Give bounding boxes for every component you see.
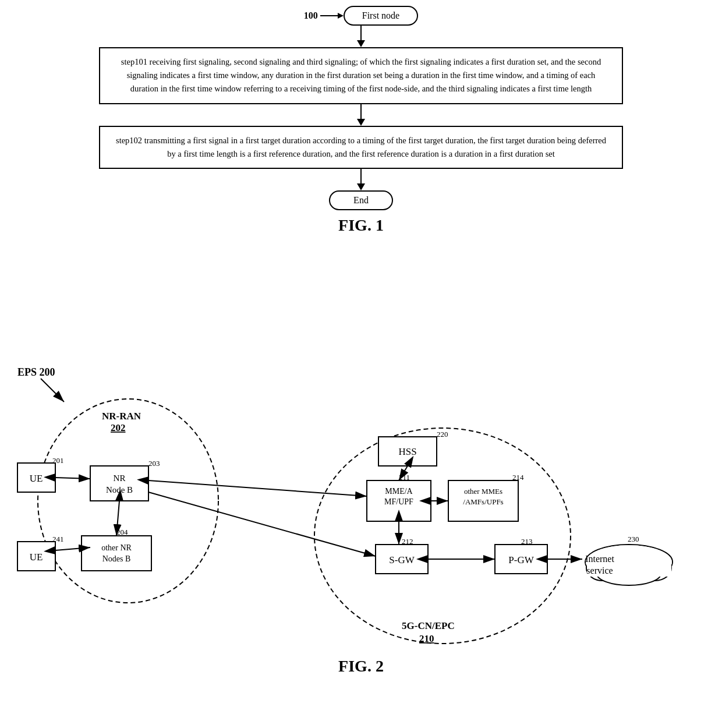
fig2-diagram: EPS 200 NR-RAN 202 UE 201 UE 241 NR Node… [0, 338, 722, 687]
label-214: 214 [512, 473, 524, 482]
start-node: First node [344, 6, 418, 26]
label-204: 204 [116, 528, 128, 536]
other-nr-label2: Nodes B [102, 554, 131, 563]
svg-marker-1 [338, 13, 344, 19]
flowchart: 100 First node step101 receiving first s… [99, 6, 623, 235]
mme-label1: MME/A [385, 487, 413, 496]
fig2-caption: FIG. 2 [338, 657, 384, 676]
svg-line-7 [41, 379, 64, 402]
ue2-label: UE [30, 552, 43, 563]
label-241: 241 [52, 535, 64, 543]
svg-marker-4 [357, 183, 365, 190]
internet-cloud [585, 545, 673, 585]
eps-label: EPS 200 [17, 366, 55, 378]
5gcn-num: 210 [419, 633, 434, 644]
internet-label1: Internet [585, 554, 614, 564]
other-nr-box [82, 536, 151, 571]
label-220: 220 [437, 430, 448, 439]
hss-label: HSS [398, 446, 416, 457]
step102-box: step102 transmitting a first signal in a… [99, 126, 623, 169]
internet-label2: service [586, 566, 613, 575]
fig1-caption: FIG. 1 [338, 216, 384, 235]
end-node: End [329, 190, 393, 210]
5gcn-label: 5G-CN/EPC [402, 620, 455, 631]
step101-box: step101 receiving first signaling, secon… [99, 47, 623, 104]
label-230: 230 [628, 535, 639, 543]
other-mmes-label1: other MMEs [464, 487, 502, 496]
fig1-container: 100 First node step101 receiving first s… [99, 6, 623, 235]
nrran-label: NR-RAN [102, 411, 141, 422]
nr-node-b-box [90, 466, 148, 501]
other-nr-label1: other NR [101, 543, 132, 552]
label-203: 203 [148, 459, 160, 468]
other-mmes-label2: /AMFs/UPFs [463, 497, 503, 506]
mme-label2: MF/UPF [384, 497, 413, 506]
nr-node-b-label2: Node B [106, 485, 133, 494]
nrran-num: 202 [111, 422, 126, 433]
label-100: 100 [304, 10, 318, 21]
nr-node-b-label1: NR [114, 473, 126, 483]
label-212: 212 [402, 537, 413, 546]
label-201: 201 [52, 456, 64, 465]
sgw-label: S-GW [389, 554, 415, 566]
ue1-label: UE [30, 473, 43, 484]
label-213: 213 [521, 537, 533, 546]
nrnodeb-mme-arrow [148, 480, 367, 496]
5gcn-oval [314, 428, 571, 644]
svg-marker-2 [357, 40, 365, 47]
nrnodeb-sgw-arrow [148, 492, 376, 556]
pgw-label: P-GW [508, 554, 534, 566]
ue1-nrnodeb-arrow [55, 478, 90, 479]
svg-marker-3 [357, 119, 365, 126]
fig2-container: EPS 200 NR-RAN 202 UE 201 UE 241 NR Node… [0, 338, 722, 687]
